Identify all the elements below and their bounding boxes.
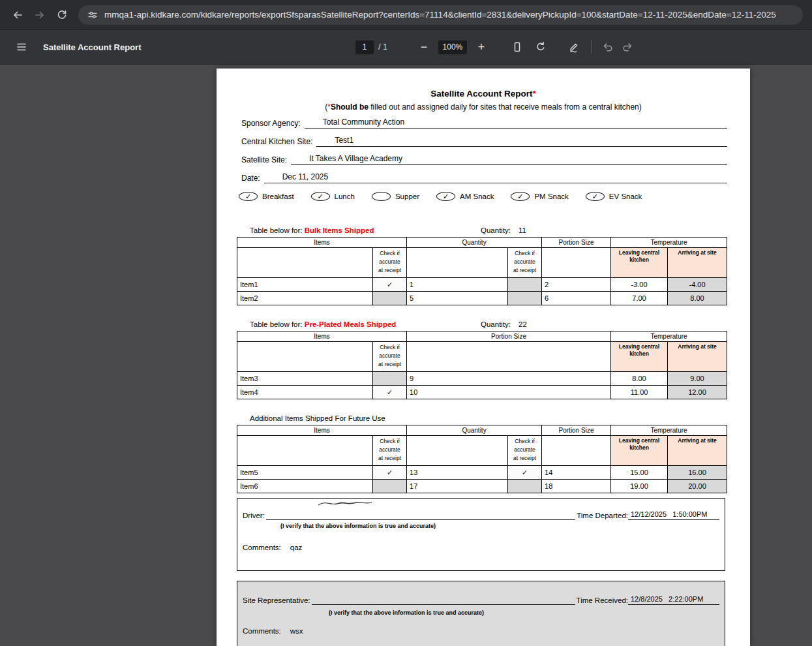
check-cell: ✓ xyxy=(373,386,407,399)
time-received-value: 12/8/2025 2:22:00PM xyxy=(628,595,719,605)
meal-am-snack: ✓AM Snack xyxy=(436,192,494,201)
empty-cell xyxy=(237,248,373,278)
satellite-site-label: Satellite Site: xyxy=(241,155,287,165)
arriving-site-header: Arriving at site xyxy=(668,436,727,466)
check-cell: ✓ xyxy=(373,278,407,292)
leaving-temp-cell: 11.00 xyxy=(611,386,668,399)
sponsor-agency-value: Total Community Action xyxy=(305,117,727,129)
zoom-level[interactable]: 100% xyxy=(438,40,467,54)
subheader-row: Check if accurate at receipt Leaving cen… xyxy=(237,342,727,372)
portion-cell: 2 xyxy=(542,278,611,292)
arriving-temp-cell: 8.00 xyxy=(668,292,727,305)
check-cell xyxy=(373,480,407,493)
redo-icon[interactable] xyxy=(618,37,637,57)
quantity-cell: 13 xyxy=(407,466,508,480)
meal-lunch: ✓Lunch xyxy=(311,192,355,201)
rotate-icon[interactable] xyxy=(531,37,550,57)
portion-cell: 6 xyxy=(542,292,611,305)
am-snack-label: AM Snack xyxy=(460,192,494,200)
site-rep-signature-line xyxy=(312,591,575,605)
page-number-input[interactable]: 1 xyxy=(355,40,374,54)
quantity-cell: 1 xyxy=(407,278,508,292)
leaving-kitchen-header: Leaving central kitchen xyxy=(611,436,668,466)
item-name-cell: Item1 xyxy=(237,278,373,292)
arriving-temp-cell: 16.00 xyxy=(668,466,727,480)
check-accurate-header: Check if accurate at receipt xyxy=(373,436,407,466)
arriving-temp-cell: -4.00 xyxy=(668,278,727,292)
col-items: Items xyxy=(237,331,407,342)
zoom-in-button[interactable]: + xyxy=(475,40,488,54)
date-value: Dec 11, 2025 xyxy=(264,172,727,183)
driver-section: Driver: Time Departed: 12/12/2025 1:50:0… xyxy=(237,498,725,571)
item-name-cell: Item2 xyxy=(237,292,373,305)
bulk-items-table: Items Quantity Portion Size Temperature … xyxy=(237,237,727,305)
site-rep-verify-text: (I verify that the above information is … xyxy=(329,609,484,616)
fit-page-icon[interactable] xyxy=(507,37,527,57)
empty-cell xyxy=(407,436,508,466)
time-received-label: Time Received: xyxy=(577,596,628,605)
table-row: Item3 9 8.00 9.00 xyxy=(237,372,727,386)
supper-label: Supper xyxy=(395,192,419,200)
col-items: Items xyxy=(237,238,407,248)
driver-signature xyxy=(316,497,374,509)
arriving-temp-cell: 20.00 xyxy=(668,480,727,493)
check-cell xyxy=(373,372,407,386)
lunch-label: Lunch xyxy=(335,192,355,200)
ev-snack-label: EV Snack xyxy=(609,192,642,200)
pdf-page: Satellite Account Report* (*Should be fi… xyxy=(217,69,750,646)
quantity-cell: 17 xyxy=(407,480,508,493)
check-cell xyxy=(373,292,407,305)
supper-checkbox xyxy=(372,192,391,201)
item-name-cell: Item3 xyxy=(237,372,373,386)
quantity-value: 11 xyxy=(519,226,526,234)
item-name-cell: Item4 xyxy=(237,386,373,399)
driver-label: Driver: xyxy=(243,512,265,520)
leaving-temp-cell: 8.00 xyxy=(611,372,668,386)
site-settings-icon[interactable] xyxy=(87,10,98,20)
col-quantity: Quantity xyxy=(407,425,542,436)
ev-snack-checkbox: ✓ xyxy=(586,192,605,201)
driver-signature-row: Driver: Time Departed: 12/12/2025 1:50:0… xyxy=(243,506,719,520)
header-row: Items Portion Size Temperature xyxy=(237,331,727,342)
header-row: Items Quantity Portion Size Temperature xyxy=(237,425,727,436)
check-cell: ✓ xyxy=(373,466,407,480)
report-title-text: Satellite Account Report xyxy=(430,89,532,99)
site-representative-section: Site Representative: Time Received: 12/8… xyxy=(237,581,725,646)
arriving-site-header: Arriving at site xyxy=(668,342,727,372)
arriving-site-header: Arriving at site xyxy=(668,248,727,278)
meal-ev-snack: ✓EV Snack xyxy=(586,192,642,201)
empty-cell xyxy=(407,342,611,372)
zoom-out-button[interactable]: − xyxy=(417,40,430,54)
empty-cell xyxy=(407,248,508,278)
check-cell xyxy=(508,480,542,493)
table-row: Item5 ✓ 13 ✓ 14 15.00 16.00 xyxy=(237,466,727,480)
col-portion-size: Portion Size xyxy=(407,331,611,342)
subheader-row: Check if accurate at receipt Check if ac… xyxy=(237,436,727,466)
document-title: Satellite Account Report xyxy=(43,42,141,52)
bulk-items-quantity: Quantity:11 xyxy=(481,226,526,234)
viewer-controls: 1 / 1 − 100% + xyxy=(355,30,637,64)
col-temperature: Temperature xyxy=(611,238,727,248)
portion-cell: 10 xyxy=(407,386,611,399)
table-row: Item6 17 18 19.00 20.00 xyxy=(237,480,727,493)
quantity-value: 22 xyxy=(519,320,527,328)
forward-icon[interactable] xyxy=(29,4,51,26)
central-kitchen-field: Central Kitchen Site: Test1 xyxy=(241,134,727,147)
item-name-cell: Item5 xyxy=(237,466,373,480)
reload-icon[interactable] xyxy=(51,4,73,26)
arriving-temp-cell: 12.00 xyxy=(668,386,727,399)
back-icon[interactable] xyxy=(7,4,29,26)
date-field: Date: Dec 11, 2025 xyxy=(241,170,727,183)
bulk-items-caption-name: Bulk Items Shipped xyxy=(305,226,374,234)
url-bar[interactable]: mmqa1-api.kidkare.com/kidkare/reports/ex… xyxy=(78,5,803,25)
check-cell xyxy=(508,292,542,305)
quantity-label: Quantity: xyxy=(481,320,511,328)
menu-icon[interactable] xyxy=(12,37,31,57)
portion-cell: 18 xyxy=(542,480,611,493)
subheader-row: Check if accurate at receipt Check if ac… xyxy=(237,248,727,278)
draw-icon[interactable] xyxy=(565,37,584,57)
undo-icon[interactable] xyxy=(598,37,618,57)
empty-cell xyxy=(542,248,611,278)
lunch-checkbox: ✓ xyxy=(311,192,330,201)
caption-prefix: Table below for: xyxy=(250,320,305,328)
